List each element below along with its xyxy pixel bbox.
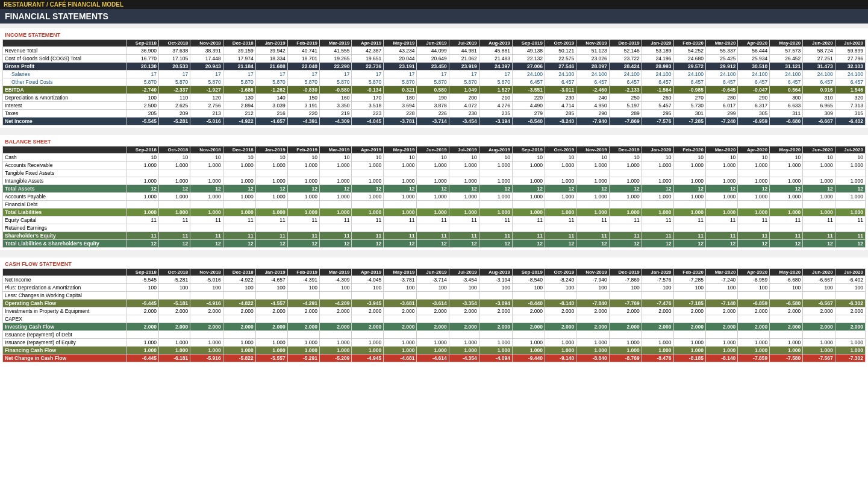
cell-value: 10 [449,154,479,162]
cell-value: 5.730 [673,102,705,110]
cell-value: 1.000 [126,193,159,201]
cell-value: 11 [384,216,417,224]
cell-value: 285 [545,110,576,118]
cell-value: 1.000 [609,209,642,216]
col-header: Feb-2020 [673,269,705,276]
cell-value [255,331,287,339]
table-row: Cash101010101010101010101010101010101010… [3,154,866,162]
cell-value: -6.580 [770,300,803,307]
cell-value [384,224,417,232]
row-label: Plus: Depreciation & Amortization [3,284,126,292]
cell-value: 11 [126,232,159,240]
cell-value: -7.240 [705,276,737,284]
cell-value: 31.121 [770,63,803,71]
col-header: Mar-2019 [320,146,352,154]
cell-value: 12 [255,240,287,248]
cell-value: 213 [190,110,223,118]
cell-value: 2.000 [126,323,159,331]
cell-value: -7.869 [609,276,642,284]
cell-value: 315 [835,110,865,118]
cell-value: -5.545 [126,118,159,125]
cell-value: 11 [576,216,610,224]
cell-value: 100 [126,94,159,102]
cell-value: 21.184 [223,63,255,71]
cell-value: 100 [576,284,610,292]
col-header: Dec-2018 [223,40,255,47]
cell-value: 5.870 [479,78,512,86]
cell-value: 311 [770,110,803,118]
cell-value: 210 [479,94,512,102]
cell-value: 4.072 [449,102,479,110]
cell-value [158,315,190,323]
cell-value: 1.000 [738,162,770,169]
cell-value: 12 [803,185,835,193]
cell-value [287,169,319,177]
cell-value: -7.940 [576,276,610,284]
cell-value [738,331,770,339]
cell-value: 12 [609,240,642,248]
cell-value: 25.934 [738,55,770,63]
cell-value: 1.000 [576,162,610,169]
cell-value: 1.000 [642,209,673,216]
cell-value: 2.000 [449,323,479,331]
col-header: May-2019 [384,146,417,154]
cell-value: -3.011 [545,86,576,94]
col-header: Nov-2018 [190,269,223,276]
row-label: Investing Cash Flow [3,323,126,331]
cell-value: 1.000 [803,193,835,201]
row-label: Financial Debt [3,201,126,209]
cell-value [223,315,255,323]
cell-value: 12 [576,185,610,193]
table-row: Operating Cash Flow-5.445-5.181-4.916-4.… [3,300,866,307]
row-label: Shareholder's Equity [3,232,126,240]
cell-value: 2.000 [545,323,576,331]
cell-value: 17.974 [223,55,255,63]
cell-value: 5.870 [287,78,319,86]
cell-value [190,315,223,323]
cell-value: 12 [642,185,673,193]
cell-value: 220 [512,94,545,102]
cell-value: 260 [642,94,673,102]
cell-value: 10 [512,154,545,162]
cell-value: -3.714 [417,276,449,284]
cell-value: 200 [449,94,479,102]
cell-value: -6.680 [770,276,803,284]
cell-value: 12 [479,240,512,248]
cell-value: 1.000 [479,162,512,169]
cell-value: 11 [512,216,545,224]
cell-value: 12 [417,240,449,248]
cell-value: 1.000 [158,339,190,347]
cell-value: 1.000 [673,339,705,347]
cell-value: 11 [223,216,255,224]
cell-value: 25.425 [705,55,737,63]
cell-value: 295 [642,110,673,118]
cell-value: 6.457 [705,78,737,86]
cell-value: -4.657 [255,276,287,284]
cell-value: 22.575 [545,55,576,63]
cell-value: 100 [126,284,159,292]
cell-value [512,169,545,177]
cell-value: 1.000 [479,177,512,185]
cell-value: 0.916 [803,86,835,94]
cell-value: 290 [576,110,610,118]
cell-value: 12 [705,240,737,248]
cell-value: 11 [126,216,159,224]
cell-value: 2.000 [384,323,417,331]
cell-value: 1.000 [320,177,352,185]
cell-value: 280 [705,94,737,102]
cell-value: -5.916 [190,354,223,362]
cell-value: 2.000 [352,307,384,315]
col-header: Nov-2018 [190,146,223,154]
cell-value: 24.397 [479,63,512,71]
cell-value: 10 [190,154,223,162]
cell-value: 2.000 [738,323,770,331]
cell-value: -7.185 [673,300,705,307]
cell-value: 2.000 [705,323,737,331]
cell-value: 24.100 [609,71,642,78]
cell-value [770,331,803,339]
cell-value: -4.045 [352,118,384,125]
cell-value: 1.000 [126,347,159,354]
cell-value: 1.000 [352,162,384,169]
cell-value [576,331,610,339]
cell-value: 6.317 [738,102,770,110]
